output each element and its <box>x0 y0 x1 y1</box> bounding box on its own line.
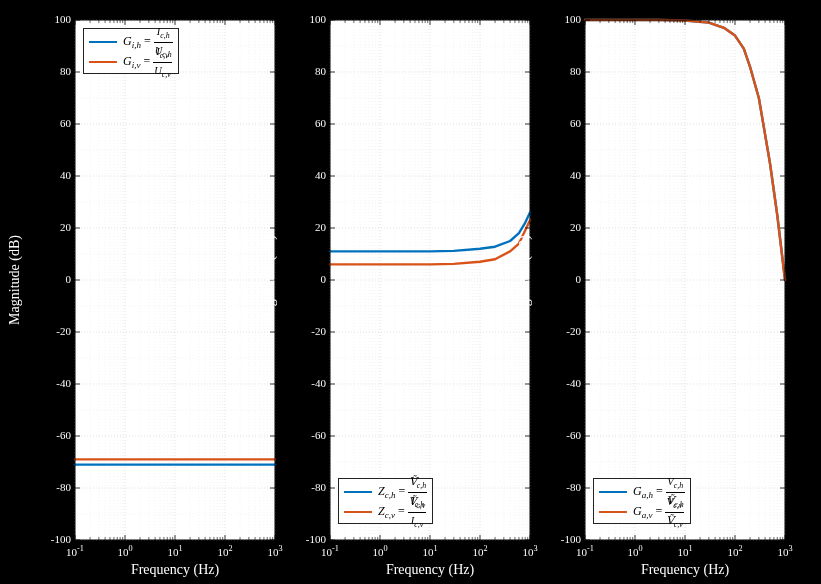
y-tick-label: 100 <box>286 13 326 25</box>
x-tick-label: 10-1 <box>55 544 95 558</box>
legend-swatch <box>599 491 627 493</box>
x-tick-label: 103 <box>255 544 295 558</box>
legend-swatch <box>344 511 372 513</box>
x-tick-label: 100 <box>360 544 400 558</box>
y-tick-label: -80 <box>31 481 71 493</box>
y-tick-label: -60 <box>31 429 71 441</box>
legend-label: Gi,v = Ic,vUc,v <box>123 44 172 80</box>
y-axis-label: Magnitude (dB) <box>262 220 278 340</box>
x-tick-label: 100 <box>615 544 655 558</box>
y-tick-label: -40 <box>31 377 71 389</box>
legend-swatch <box>89 61 117 63</box>
legend-entry: Zc,v = Ṽc,vIc,v <box>344 502 427 522</box>
x-tick-label: 102 <box>715 544 755 558</box>
y-tick-label: -40 <box>286 377 326 389</box>
y-tick-label: -20 <box>286 325 326 337</box>
y-tick-label: -80 <box>286 481 326 493</box>
x-axis-label: Frequency (Hz) <box>585 562 785 578</box>
y-tick-label: 0 <box>541 273 581 285</box>
y-tick-label: 20 <box>541 221 581 233</box>
x-tick-label: 101 <box>665 544 705 558</box>
x-tick-label: 100 <box>105 544 145 558</box>
y-tick-label: 100 <box>541 13 581 25</box>
x-axis-label: Frequency (Hz) <box>330 562 530 578</box>
legend: Zc,h = Ṽc,hIc,hZc,v = Ṽc,vIc,v <box>338 478 433 524</box>
y-tick-label: 20 <box>286 221 326 233</box>
x-tick-label: 102 <box>205 544 245 558</box>
x-tick-label: 103 <box>765 544 805 558</box>
y-tick-label: -40 <box>541 377 581 389</box>
x-tick-label: 103 <box>510 544 550 558</box>
legend-label: Zc,v = Ṽc,vIc,v <box>378 494 426 530</box>
y-tick-label: 60 <box>31 117 71 129</box>
legend-swatch <box>599 511 627 513</box>
y-tick-label: 20 <box>31 221 71 233</box>
legend-label: Ga,v = Vc,vṼc,v <box>633 494 684 530</box>
y-tick-label: -80 <box>541 481 581 493</box>
y-tick-label: -60 <box>541 429 581 441</box>
legend-entry: Gi,v = Ic,vUc,v <box>89 52 173 72</box>
x-tick-label: 101 <box>410 544 450 558</box>
y-tick-label: 40 <box>31 169 71 181</box>
legend-swatch <box>89 41 117 43</box>
legend-entry: Ga,v = Vc,vṼc,v <box>599 502 685 522</box>
x-tick-label: 10-1 <box>310 544 350 558</box>
x-axis-label: Frequency (Hz) <box>75 562 275 578</box>
y-tick-label: -20 <box>31 325 71 337</box>
legend: Gi,h = Ic,hUc,hGi,v = Ic,vUc,v <box>83 28 179 74</box>
y-tick-label: -20 <box>541 325 581 337</box>
x-tick-label: 10-1 <box>565 544 605 558</box>
y-axis-label: Magnitude (dB) <box>7 220 23 340</box>
y-axis-label: Magnitude (dB) <box>517 220 533 340</box>
y-tick-label: 80 <box>286 65 326 77</box>
y-tick-label: 100 <box>31 13 71 25</box>
figure: -100-80-60-40-2002040608010010-110010110… <box>0 0 821 584</box>
x-tick-label: 101 <box>155 544 195 558</box>
y-tick-label: 80 <box>541 65 581 77</box>
y-tick-label: 60 <box>541 117 581 129</box>
y-tick-label: 40 <box>541 169 581 181</box>
legend-swatch <box>344 491 372 493</box>
x-tick-label: 102 <box>460 544 500 558</box>
legend: Ga,h = Vc,hṼc,hGa,v = Vc,vṼc,v <box>593 478 691 524</box>
y-tick-label: 80 <box>31 65 71 77</box>
y-tick-label: 60 <box>286 117 326 129</box>
y-tick-label: -60 <box>286 429 326 441</box>
y-tick-label: 0 <box>31 273 71 285</box>
y-tick-label: 40 <box>286 169 326 181</box>
y-tick-label: 0 <box>286 273 326 285</box>
